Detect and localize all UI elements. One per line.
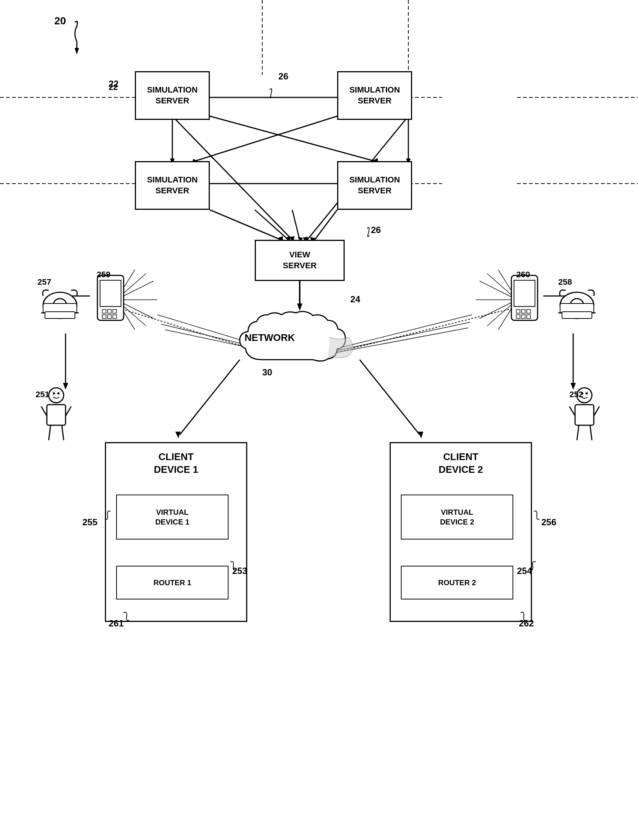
view-server: VIEWSERVER: [255, 240, 345, 281]
svg-rect-91: [113, 315, 117, 319]
svg-line-22: [210, 210, 281, 240]
svg-point-110: [586, 392, 588, 395]
svg-point-100: [49, 388, 64, 403]
view-server-label: VIEWSERVER: [283, 249, 317, 271]
svg-marker-40: [418, 432, 423, 438]
svg-rect-77: [45, 312, 75, 319]
squiggle-261: [122, 609, 144, 624]
svg-rect-86: [102, 309, 106, 313]
svg-rect-83: [562, 312, 592, 319]
svg-line-39: [360, 360, 420, 434]
svg-rect-93: [514, 280, 535, 306]
person-251-num: 251: [36, 390, 49, 399]
svg-line-114: [577, 425, 579, 440]
client-device-1-label: CLIENTDEVICE 1: [106, 451, 246, 476]
svg-rect-96: [527, 309, 531, 313]
svg-line-37: [180, 360, 240, 434]
mobile-260-num: 260: [516, 270, 530, 279]
squiggle-256: [530, 508, 553, 523]
svg-marker-1: [74, 48, 79, 54]
svg-line-115: [590, 425, 592, 440]
svg-line-105: [66, 406, 71, 416]
router-2: ROUTER 2: [401, 566, 513, 600]
sim-server-tl: SIMULATIONSERVER: [135, 71, 210, 120]
mobile-259-icon: [96, 273, 125, 322]
svg-line-107: [62, 425, 64, 440]
sim-server-bl-label: SIMULATIONSERVER: [147, 175, 197, 196]
sim-server-tl-num-label: 22: [109, 79, 119, 89]
svg-line-104: [41, 406, 47, 416]
svg-rect-99: [527, 315, 531, 319]
connection-26b-label: 26: [371, 225, 381, 235]
mobile-260-icon: [510, 273, 540, 322]
svg-line-20: [195, 116, 337, 161]
person-252-num: 252: [569, 390, 583, 399]
router-2-label: ROUTER 2: [438, 578, 476, 587]
svg-rect-85: [100, 280, 121, 306]
diagram-svg: [0, 0, 638, 840]
sim-server-bl: SIMULATIONSERVER: [135, 161, 210, 210]
squiggle-253: [229, 558, 251, 573]
svg-rect-95: [521, 309, 525, 313]
svg-text:NETWORK: NETWORK: [245, 332, 295, 343]
svg-rect-98: [521, 315, 525, 319]
squiggle-255: [92, 508, 114, 523]
svg-line-18: [210, 116, 374, 161]
network-cloud-svg: NETWORK: [232, 307, 367, 375]
svg-rect-87: [107, 309, 111, 313]
svg-line-28: [292, 210, 300, 240]
svg-line-106: [49, 425, 51, 440]
svg-point-101: [53, 392, 55, 395]
diagram-container: 20 SIMULATIONSERVER 22 SIMULATIONSERVER …: [0, 0, 638, 840]
fig-number-label: 20: [54, 15, 66, 27]
virtual-device-2: VIRTUALDEVICE 2: [401, 494, 513, 540]
phone-257-icon: [38, 285, 82, 322]
virtual-device-1-label: VIRTUALDEVICE 1: [155, 507, 189, 527]
sim-server-tr: SIMULATIONSERVER: [337, 71, 412, 120]
phone-257-num: 257: [38, 277, 51, 287]
svg-rect-111: [575, 405, 594, 425]
network-num-label: 30: [262, 367, 272, 378]
router-1-label: ROUTER 1: [153, 578, 191, 587]
sim-server-tl-label: SIMULATIONSERVER: [147, 85, 197, 106]
sim-server-tr-label: SIMULATIONSERVER: [349, 85, 400, 106]
svg-point-102: [57, 392, 60, 395]
squiggle-262: [519, 609, 541, 624]
svg-rect-89: [102, 315, 106, 319]
phone-258-icon: [554, 285, 599, 322]
virtual-device-1: VIRTUALDEVICE 1: [116, 494, 229, 540]
virtual-device-2-label: VIRTUALDEVICE 2: [440, 507, 474, 527]
sim-server-br: SIMULATIONSERVER: [337, 161, 412, 210]
view-server-num-label: 24: [350, 294, 360, 305]
svg-rect-90: [107, 315, 111, 319]
phone-258-num: 258: [558, 277, 572, 287]
svg-line-24: [315, 210, 337, 240]
svg-line-26: [255, 210, 289, 240]
svg-rect-97: [516, 315, 520, 319]
mobile-259-num: 259: [97, 270, 111, 279]
squiggle-254: [515, 558, 538, 573]
svg-line-113: [594, 406, 599, 416]
svg-rect-94: [516, 309, 520, 313]
client-device-2-label: CLIENTDEVICE 2: [391, 451, 531, 476]
sim-server-br-label: SIMULATIONSERVER: [349, 175, 400, 196]
connection-26a-label: 26: [278, 71, 289, 82]
svg-marker-38: [175, 432, 180, 438]
svg-rect-88: [113, 309, 117, 313]
svg-line-112: [569, 406, 575, 416]
svg-rect-103: [47, 405, 66, 425]
router-1: ROUTER 1: [116, 566, 229, 600]
